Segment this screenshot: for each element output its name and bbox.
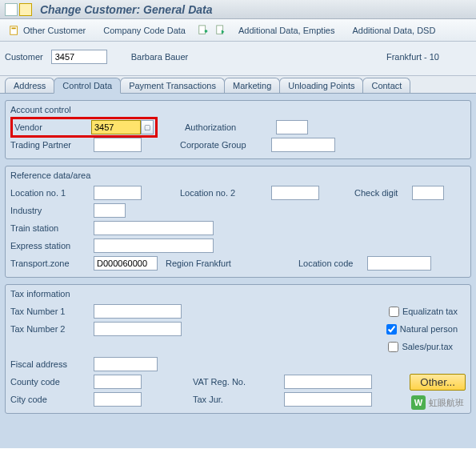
express-station-input[interactable] [94, 239, 214, 253]
customer-input[interactable] [51, 50, 107, 64]
loc2-input[interactable] [271, 186, 319, 200]
location-code-input[interactable] [367, 256, 431, 271]
check-digit-input[interactable] [412, 186, 444, 200]
authorization-label: Authorization [185, 122, 273, 132]
train-station-label: Train station [10, 223, 90, 233]
equalizatn-checkbox[interactable] [389, 307, 399, 317]
additional-dsd-button[interactable]: Additional Data, DSD [346, 23, 441, 38]
natural-person-label: Natural person [400, 324, 458, 334]
fiscal-address-input[interactable] [94, 357, 158, 371]
tab-contact[interactable]: Contact [362, 78, 410, 93]
application-toolbar: Other Customer Company Code Data Additio… [0, 19, 476, 42]
page-title: Change Customer: General Data [40, 3, 213, 16]
natural-person-checkbox[interactable] [386, 324, 397, 335]
other-customer-button[interactable]: Other Customer [3, 22, 91, 38]
trading-partner-label: Trading Partner [10, 140, 90, 150]
svg-rect-2 [199, 25, 206, 34]
loc1-label: Location no. 1 [10, 188, 90, 198]
corporate-group-input[interactable] [271, 138, 335, 152]
transport-zone-input[interactable] [94, 256, 158, 271]
vendor-label: Vendor [14, 122, 91, 132]
transport-zone-text: Region Frankfurt [166, 259, 231, 268]
tab-marketing[interactable]: Marketing [224, 78, 280, 93]
taxjur-label: Tax Jur. [193, 395, 281, 404]
doc-right-icon[interactable] [215, 25, 226, 36]
vat-label: VAT Reg. No. [193, 377, 281, 387]
vendor-f4-icon[interactable]: ▢ [141, 120, 154, 134]
group-tax: Tax information Tax Number 1 Equalizatn … [5, 284, 471, 414]
check-digit-label: Check digit [354, 188, 398, 198]
group-title-tax: Tax information [10, 288, 466, 299]
svg-rect-0 [10, 26, 18, 34]
tab-payment[interactable]: Payment Transactions [120, 78, 225, 93]
app-icon [19, 3, 32, 16]
city-code-label: City code [10, 395, 90, 404]
customer-label: Customer [5, 52, 43, 62]
additional-empties-button[interactable]: Additional Data, Empties [233, 23, 340, 38]
svg-rect-1 [12, 27, 16, 29]
window-titlebar: Change Customer: General Data [0, 0, 476, 19]
group-reference: Reference data/area Location no. 1 Locat… [5, 166, 471, 278]
company-code-label: Company Code Data [103, 26, 186, 35]
authorization-input[interactable] [276, 120, 308, 134]
customer-city: Frankfurt - 10 [386, 52, 439, 62]
customer-name: Barbara Bauer [131, 52, 189, 62]
sales-pur-label: Sales/pur.tax [402, 342, 453, 351]
industry-input[interactable] [94, 203, 126, 218]
tab-control-data[interactable]: Control Data [54, 78, 121, 94]
group-title-account: Account control [10, 104, 466, 115]
corporate-group-label: Corporate Group [180, 140, 268, 150]
tab-unloading[interactable]: Unloading Points [279, 78, 363, 93]
customer-icon [9, 25, 20, 36]
equalizatn-label: Equalizatn tax [402, 307, 458, 316]
vendor-input[interactable] [91, 120, 141, 134]
additional-dsd-label: Additional Data, DSD [352, 26, 435, 35]
other-button[interactable]: Other... [410, 374, 466, 391]
sales-pur-checkbox[interactable] [388, 342, 398, 352]
loc1-input[interactable] [94, 186, 142, 200]
city-code-input[interactable] [94, 392, 142, 407]
main-area: Account control Vendor ▢ Authorization T… [0, 94, 476, 448]
selection-bar: Customer Barbara Bauer Frankfurt - 10 [0, 42, 476, 76]
other-customer-label: Other Customer [23, 26, 86, 35]
group-account-control: Account control Vendor ▢ Authorization T… [5, 100, 471, 159]
transport-zone-label: Transport.zone [10, 259, 90, 268]
doc-plus-icon[interactable] [198, 25, 209, 36]
menu-icon[interactable] [5, 3, 18, 16]
location-code-label: Location code [298, 259, 354, 268]
express-station-label: Express station [10, 241, 90, 251]
train-station-input[interactable] [94, 221, 214, 235]
tab-address[interactable]: Address [5, 78, 54, 93]
trading-partner-input[interactable] [94, 138, 142, 152]
tax2-input[interactable] [94, 322, 182, 336]
company-code-button[interactable]: Company Code Data [98, 23, 191, 38]
county-code-input[interactable] [94, 375, 142, 389]
taxjur-input[interactable] [284, 392, 372, 407]
loc2-label: Location no. 2 [180, 188, 268, 198]
tabstrip: Address Control Data Payment Transaction… [0, 76, 476, 94]
vat-input[interactable] [284, 375, 372, 389]
fiscal-address-label: Fiscal address [10, 359, 90, 369]
tax1-input[interactable] [94, 304, 182, 319]
group-title-reference: Reference data/area [10, 170, 466, 181]
tax2-label: Tax Number 2 [10, 324, 90, 334]
tax1-label: Tax Number 1 [10, 307, 90, 316]
county-code-label: County code [10, 377, 90, 387]
industry-label: Industry [10, 206, 90, 215]
additional-empties-label: Additional Data, Empties [238, 26, 334, 35]
